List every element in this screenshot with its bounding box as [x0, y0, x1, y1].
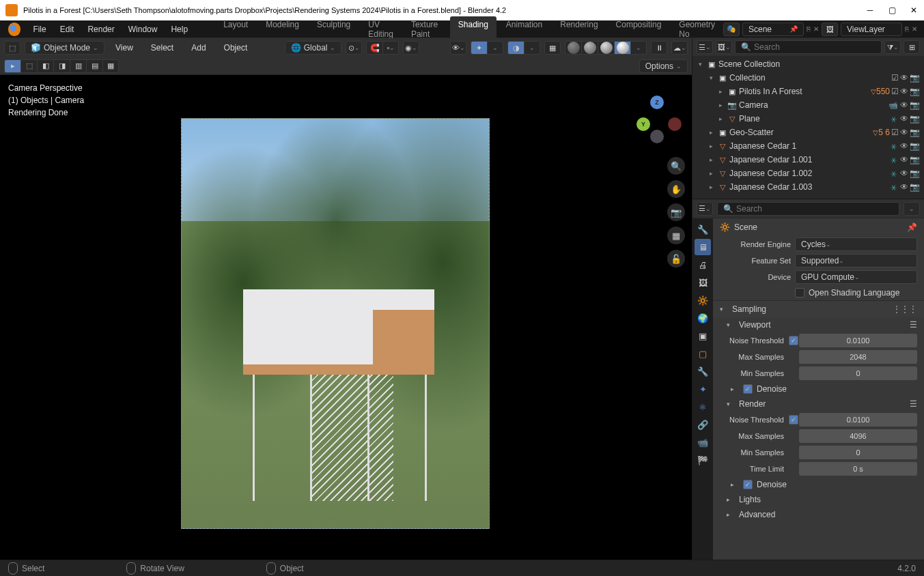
orientation-dropdown[interactable]: 🌐 Global: [285, 41, 342, 55]
pan-icon[interactable]: ✋: [667, 180, 685, 198]
visibility-dropdown[interactable]: 👁: [450, 41, 466, 55]
tree-collection[interactable]: ▾ ▣ Collection ☑👁📷: [692, 71, 924, 85]
vp-max-value[interactable]: 2048: [799, 350, 917, 364]
advanced-subpanel[interactable]: ▸ Advanced: [713, 507, 924, 522]
box-select-icon[interactable]: ⬚: [20, 59, 37, 73]
properties-options-icon[interactable]: [904, 202, 920, 216]
select-menu[interactable]: Select: [144, 40, 180, 55]
outliner[interactable]: ▾ ▣ Scene Collection ▾ ▣ Collection ☑👁📷 …: [692, 56, 924, 199]
snap-dropdown[interactable]: ▫: [382, 41, 399, 55]
pivot-dropdown[interactable]: ⊙: [346, 41, 362, 55]
chevron-right-icon[interactable]: ▸: [706, 129, 716, 136]
object-menu[interactable]: Object: [217, 40, 255, 55]
new-viewlayer-icon[interactable]: ⎘: [905, 25, 909, 33]
viewlayer-selector[interactable]: ViewLayer: [841, 23, 902, 36]
lights-subpanel[interactable]: ▸ Lights: [713, 492, 924, 507]
device-dropdown[interactable]: GPU Compute: [795, 270, 917, 284]
rn-denoise-panel[interactable]: ▸ ✓ Denoise: [713, 477, 924, 492]
gizmo-y-axis[interactable]: Y: [636, 117, 650, 131]
shading-material[interactable]: [598, 41, 614, 55]
tab-material[interactable]: 🏁: [695, 452, 711, 468]
navigation-gizmo[interactable]: Z Y: [634, 96, 682, 143]
rn-denoise-checkbox[interactable]: ✓: [743, 480, 753, 489]
tab-constraints[interactable]: 🔗: [695, 416, 711, 433]
camera-view-icon[interactable]: 📷: [667, 203, 685, 221]
camera-icon[interactable]: 📷: [910, 155, 920, 164]
select-mode-4[interactable]: ◨: [53, 59, 70, 73]
scene-browse-icon[interactable]: 🎭: [723, 23, 740, 36]
camera-icon[interactable]: 📷: [910, 128, 920, 137]
chevron-right-icon[interactable]: ▸: [706, 143, 716, 149]
options-dropdown[interactable]: Options: [639, 59, 688, 73]
rn-max-value[interactable]: 4096: [799, 429, 917, 443]
eye-icon[interactable]: 👁: [900, 155, 908, 164]
outliner-display-mode[interactable]: 🖼: [716, 40, 732, 54]
render-engine-dropdown[interactable]: Cycles: [795, 237, 917, 251]
eye-icon[interactable]: 👁: [900, 114, 908, 124]
camera-icon[interactable]: 📷: [910, 169, 920, 178]
render-pass-dropdown[interactable]: ☁: [671, 41, 688, 55]
properties-search[interactable]: 🔍 Search: [717, 202, 899, 216]
view-menu[interactable]: View: [109, 40, 140, 55]
tab-data[interactable]: 📹: [695, 434, 711, 450]
lock-icon[interactable]: 🔓: [667, 250, 685, 268]
menu-window[interactable]: Window: [122, 22, 165, 37]
sampling-panel-header[interactable]: ▾ Sampling ⋮⋮⋮: [713, 301, 924, 317]
tree-cedar-4[interactable]: ▸ ▽ Japanese Cedar 1.003 ⚹ 👁📷: [692, 180, 924, 194]
eye-icon[interactable]: 👁: [900, 169, 908, 178]
tab-world[interactable]: 🌍: [695, 310, 711, 326]
properties-body[interactable]: 🔆 Scene 📌 Render Engine Cycles Feature S…: [713, 218, 924, 560]
select-mode-7[interactable]: ▦: [102, 59, 119, 73]
eye-icon[interactable]: 👁: [900, 100, 908, 110]
rn-noise-checkbox[interactable]: ✓: [789, 415, 798, 424]
chevron-right-icon[interactable]: ▸: [706, 156, 716, 163]
camera-icon[interactable]: 📷: [910, 182, 920, 192]
xray-toggle[interactable]: ▦: [544, 41, 561, 55]
panel-menu-icon[interactable]: ⋮⋮⋮: [893, 304, 917, 314]
tree-cedar-1[interactable]: ▸ ▽ Japanese Cedar 1 ⚹ 👁📷: [692, 139, 924, 153]
eye-icon[interactable]: 👁: [900, 128, 908, 137]
pause-render-icon[interactable]: ⏸: [651, 41, 667, 55]
scene-selector[interactable]: Scene 📌: [742, 23, 804, 36]
tab-physics[interactable]: ⚛: [695, 399, 711, 415]
gizmo-dropdown[interactable]: [487, 41, 503, 55]
close-button[interactable]: ✕: [909, 5, 919, 15]
gizmo-x-axis[interactable]: [668, 117, 682, 131]
tab-modifiers[interactable]: 🔧: [695, 363, 711, 379]
perspective-toggle-icon[interactable]: ▦: [667, 227, 685, 244]
preset-icon[interactable]: ☰: [910, 320, 917, 330]
camera-icon[interactable]: 📷: [910, 100, 920, 110]
tab-object[interactable]: ▢: [695, 345, 711, 362]
tab-collection[interactable]: ▣: [695, 328, 711, 344]
gizmo-z-axis[interactable]: Z: [650, 96, 664, 109]
tab-render[interactable]: 🖥: [695, 239, 711, 255]
rn-min-value[interactable]: 0: [799, 446, 917, 459]
rn-time-value[interactable]: 0 s: [799, 462, 917, 476]
blender-logo-icon[interactable]: [8, 23, 20, 36]
vp-min-value[interactable]: 0: [799, 366, 917, 380]
chevron-down-icon[interactable]: ▾: [695, 61, 705, 68]
chevron-right-icon[interactable]: ▸: [716, 115, 725, 122]
chevron-right-icon[interactable]: ▸: [716, 88, 725, 95]
checkbox-icon[interactable]: ☑: [891, 73, 899, 83]
tab-output[interactable]: 🖨: [695, 257, 711, 273]
maximize-button[interactable]: ▢: [887, 5, 897, 15]
filter-icon[interactable]: ⧩: [884, 40, 901, 54]
tree-cedar-2[interactable]: ▸ ▽ Japanese Cedar 1.001 ⚹ 👁📷: [692, 153, 924, 167]
eye-icon[interactable]: 👁: [900, 87, 908, 96]
osl-checkbox[interactable]: [795, 288, 804, 298]
chevron-down-icon[interactable]: ▾: [706, 74, 716, 81]
tree-item-pilotis[interactable]: ▸ ▣ Pilotis In A Forest ▽550 ☑👁📷: [692, 85, 924, 98]
menu-file[interactable]: File: [26, 22, 53, 37]
overlay-dropdown[interactable]: [524, 41, 540, 55]
new-scene-icon[interactable]: ⎘: [807, 25, 811, 33]
select-mode-5[interactable]: ▥: [70, 59, 86, 73]
properties-editor-type[interactable]: ☰: [697, 202, 713, 216]
delete-scene-icon[interactable]: ✕: [813, 25, 819, 33]
eye-icon[interactable]: 👁: [900, 141, 908, 151]
shading-dropdown[interactable]: [630, 41, 647, 55]
camera-icon[interactable]: 📷: [910, 141, 920, 151]
vp-noise-value[interactable]: 0.0100: [799, 334, 917, 347]
select-mode-6[interactable]: ▤: [86, 59, 102, 73]
3d-viewport[interactable]: Camera Perspective (1) Objects | Camera …: [0, 75, 692, 560]
